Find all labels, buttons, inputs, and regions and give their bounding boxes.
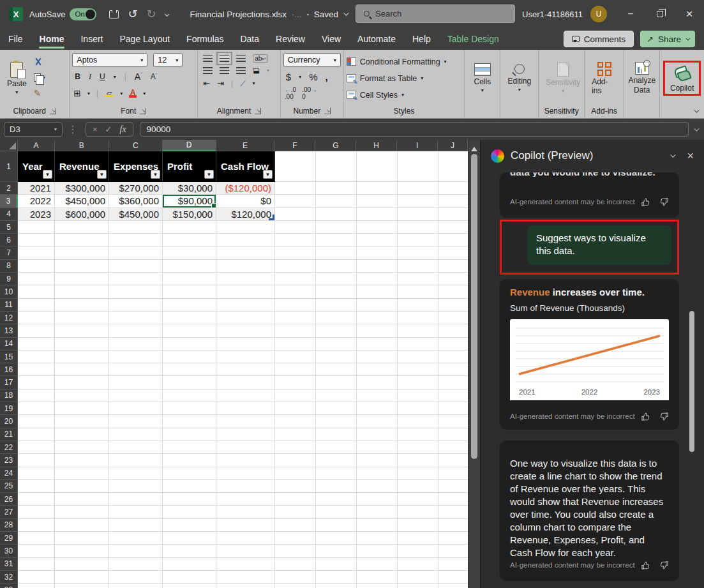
- cell-J7[interactable]: [438, 246, 468, 259]
- row-header-23[interactable]: 23: [0, 454, 18, 467]
- addins-button[interactable]: Add-ins: [587, 61, 621, 96]
- cell-E9[interactable]: [216, 273, 275, 285]
- cell-E30[interactable]: [216, 545, 275, 557]
- cell-D10[interactable]: [163, 285, 216, 298]
- avatar[interactable]: U: [590, 6, 607, 22]
- cell-B26[interactable]: [55, 493, 109, 506]
- thumbs-down-icon[interactable]: [659, 197, 669, 207]
- cell-C19[interactable]: [109, 402, 163, 415]
- cell-B30[interactable]: [55, 545, 109, 557]
- cell-I15[interactable]: [398, 351, 438, 363]
- cell-I9[interactable]: [398, 273, 438, 285]
- save-icon[interactable]: [109, 10, 119, 19]
- column-header-C[interactable]: C: [109, 140, 163, 151]
- cell-G23[interactable]: [316, 454, 357, 467]
- align-top-button[interactable]: [203, 55, 213, 62]
- cell-B3[interactable]: $450,000: [55, 195, 109, 207]
- cell-H5[interactable]: [357, 221, 398, 234]
- cell-J31[interactable]: [438, 558, 468, 571]
- cell-F29[interactable]: [275, 532, 316, 545]
- cell-C15[interactable]: [109, 351, 163, 363]
- row-header-29[interactable]: 29: [0, 532, 18, 545]
- cell-C27[interactable]: [109, 506, 163, 518]
- cell-H24[interactable]: [357, 467, 398, 480]
- cell-C4[interactable]: $450,000: [109, 208, 163, 221]
- cell-D9[interactable]: [163, 273, 216, 285]
- cell-G8[interactable]: [316, 260, 357, 273]
- tab-formulas[interactable]: Formulas: [178, 30, 232, 48]
- cut-button[interactable]: [34, 55, 45, 68]
- column-header-I[interactable]: I: [397, 140, 438, 151]
- cell-F24[interactable]: [275, 467, 316, 480]
- cell-J16[interactable]: [438, 363, 468, 376]
- search-input[interactable]: Search: [356, 4, 515, 23]
- tab-automate[interactable]: Automate: [349, 30, 404, 48]
- cell-B9[interactable]: [55, 273, 109, 285]
- cell-B8[interactable]: [55, 260, 109, 273]
- cell-C7[interactable]: [109, 246, 163, 259]
- borders-button[interactable]: ⊞: [73, 88, 81, 98]
- cell-G7[interactable]: [316, 246, 357, 259]
- cell-E12[interactable]: [216, 312, 275, 324]
- cell-F21[interactable]: [275, 428, 316, 441]
- tab-help[interactable]: Help: [404, 30, 439, 48]
- row-header-20[interactable]: 20: [0, 415, 18, 428]
- cell-D17[interactable]: [163, 376, 216, 389]
- cell-C17[interactable]: [109, 376, 163, 389]
- column-header-D[interactable]: D: [163, 140, 216, 151]
- cell-H31[interactable]: [357, 558, 398, 571]
- cell-A32[interactable]: [18, 571, 55, 584]
- cancel-entry-icon[interactable]: ×: [93, 124, 98, 134]
- document-title[interactable]: Financial Projections.xlsx -... • Saved: [190, 10, 347, 19]
- cell-I17[interactable]: [398, 376, 438, 389]
- thumbs-down-icon[interactable]: [659, 561, 669, 570]
- cell-D32[interactable]: [163, 571, 216, 584]
- row-header-30[interactable]: 30: [0, 545, 18, 557]
- row-header-14[interactable]: 14: [0, 338, 18, 351]
- cell-A18[interactable]: [18, 389, 55, 402]
- cell-D26[interactable]: [163, 493, 216, 506]
- cell-E25[interactable]: [216, 480, 275, 493]
- cell-E13[interactable]: [216, 324, 275, 337]
- decrease-decimal-button[interactable]: .00→0: [302, 86, 317, 100]
- editing-button[interactable]: Editing ▾: [503, 63, 535, 94]
- cell-C20[interactable]: [109, 415, 163, 428]
- cell-I31[interactable]: [398, 558, 438, 571]
- cell-I28[interactable]: [398, 519, 438, 532]
- cell-B21[interactable]: [55, 428, 109, 441]
- cell-A33[interactable]: [18, 584, 55, 588]
- cell-D25[interactable]: [163, 480, 216, 493]
- tab-home[interactable]: Home: [31, 30, 73, 48]
- cell-A27[interactable]: [18, 506, 55, 518]
- cell-G5[interactable]: [316, 221, 357, 234]
- cell-J26[interactable]: [438, 493, 468, 506]
- cell-I8[interactable]: [398, 260, 438, 273]
- cell-F11[interactable]: [275, 299, 316, 312]
- tab-view[interactable]: View: [313, 30, 349, 48]
- cell-C13[interactable]: [109, 324, 163, 337]
- align-left-button[interactable]: [203, 67, 213, 74]
- cell-B31[interactable]: [55, 558, 109, 571]
- cell-I7[interactable]: [398, 246, 438, 259]
- row-header-11[interactable]: 11: [0, 299, 18, 312]
- merge-dropdown-icon[interactable]: ▾: [267, 68, 269, 73]
- cell-E33[interactable]: [216, 584, 275, 588]
- align-bottom-button[interactable]: [236, 55, 246, 62]
- cell-C21[interactable]: [109, 428, 163, 441]
- cell-G30[interactable]: [316, 545, 357, 557]
- cell-B18[interactable]: [55, 389, 109, 402]
- cell-F20[interactable]: [275, 415, 316, 428]
- cell-E5[interactable]: [216, 221, 275, 234]
- cell-B24[interactable]: [55, 467, 109, 480]
- cell-C16[interactable]: [109, 363, 163, 376]
- orientation-button[interactable]: ⟋: [240, 79, 245, 88]
- italic-button[interactable]: I: [89, 72, 91, 82]
- cell-D19[interactable]: [163, 402, 216, 415]
- cell-D14[interactable]: [163, 338, 216, 351]
- cell-F10[interactable]: [275, 285, 316, 298]
- number-dialog-launcher[interactable]: ↘: [324, 108, 331, 114]
- cell-D3[interactable]: $90,000: [163, 195, 216, 207]
- cell-D23[interactable]: [163, 454, 216, 467]
- cell-A5[interactable]: [18, 221, 55, 234]
- cell-G4[interactable]: [316, 208, 357, 221]
